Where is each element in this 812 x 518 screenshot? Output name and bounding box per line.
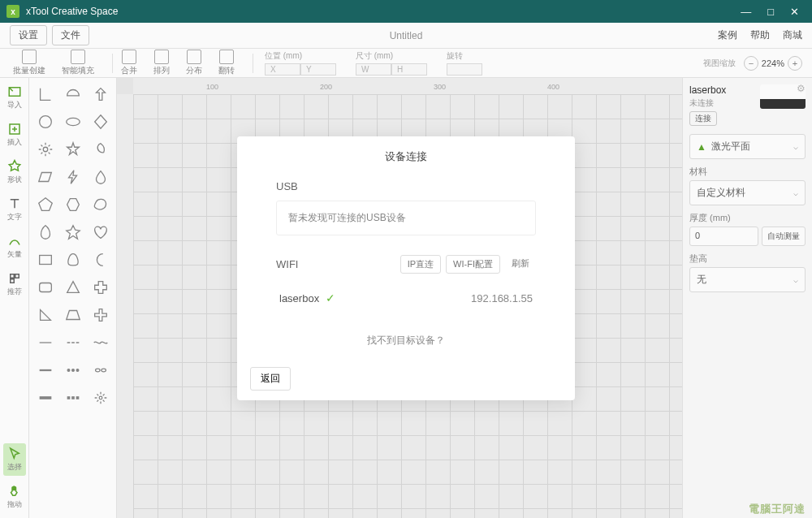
wifi-section-label: WIFI	[276, 258, 298, 270]
back-button[interactable]: 返回	[250, 367, 291, 391]
usb-empty-message: 暂未发现可连接的USB设备	[276, 201, 536, 235]
wifi-config-button[interactable]: WI-FI配置	[446, 255, 500, 274]
modal-title: 设备连接	[237, 136, 575, 180]
wifi-device-ip: 192.168.1.55	[471, 292, 533, 304]
wifi-device-row[interactable]: laserbox ✓ 192.168.1.55	[276, 282, 536, 314]
watermark: 電腦王阿達	[749, 502, 806, 516]
modal-backdrop: 设备连接 USB 暂未发现可连接的USB设备 WIFI IP直连 WI-FI配置…	[0, 0, 812, 518]
wifi-device-name: laserbox	[279, 292, 319, 304]
device-connect-modal: 设备连接 USB 暂未发现可连接的USB设备 WIFI IP直连 WI-FI配置…	[237, 136, 575, 400]
not-found-link[interactable]: 找不到目标设备？	[276, 334, 536, 347]
usb-section-label: USB	[276, 180, 536, 192]
refresh-button[interactable]: 刷新	[505, 255, 536, 274]
check-icon: ✓	[326, 291, 335, 304]
ip-direct-button[interactable]: IP直连	[400, 255, 441, 274]
